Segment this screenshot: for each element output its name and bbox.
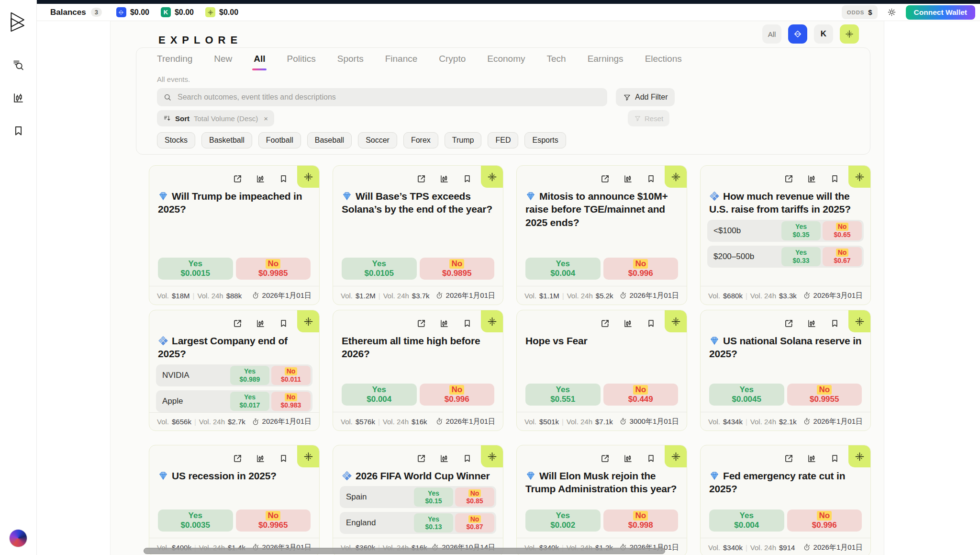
chip-basketball[interactable]: Basketball [201, 132, 252, 148]
tab-economy[interactable]: Economy [487, 54, 525, 70]
no-button[interactable]: No$0.996 [787, 510, 862, 532]
chart-icon[interactable] [807, 453, 817, 464]
market-card[interactable]: Ethereum all time high before 2026? Yes$… [333, 310, 503, 431]
market-card[interactable]: US national Solana reserve in 2025? Yes$… [700, 310, 871, 431]
bookmark-icon[interactable] [462, 318, 472, 328]
tab-new[interactable]: New [214, 54, 232, 70]
add-market-button[interactable] [297, 445, 319, 467]
chart-icon[interactable] [256, 453, 266, 464]
bookmark-icon[interactable] [830, 174, 840, 184]
connect-wallet-button[interactable]: Connect Wallet [906, 5, 975, 20]
chart-icon[interactable] [623, 453, 633, 464]
no-button[interactable]: No$0.996 [603, 258, 679, 280]
theme-toggle-sun-icon[interactable] [887, 8, 896, 17]
tab-all[interactable]: All [254, 54, 265, 70]
sort-clear-icon[interactable]: × [264, 114, 268, 123]
no-button[interactable]: No$0.996 [420, 384, 495, 406]
yes-button[interactable]: Yes$0.33 [781, 247, 821, 266]
odds-currency-toggle[interactable]: ODDS $ [842, 5, 878, 19]
yes-button[interactable]: Yes$0.004 [525, 258, 601, 280]
market-card[interactable]: Largest Company end of 2025? NVIDIA Yes$… [149, 310, 320, 431]
bookmark-icon[interactable] [278, 318, 289, 328]
bookmarks-icon[interactable] [12, 125, 25, 137]
chart-icon[interactable] [256, 318, 266, 328]
add-market-button[interactable] [665, 445, 687, 467]
view-filter-kalshi[interactable]: K [814, 24, 833, 44]
no-button[interactable]: No$0.85 [455, 487, 494, 507]
chart-icon[interactable] [623, 174, 633, 184]
chip-fed[interactable]: FED [488, 132, 518, 148]
market-card[interactable]: Will Elon Musk rejoin the Trump Administ… [516, 445, 687, 555]
open-external-icon[interactable] [600, 174, 610, 184]
search-explore-icon[interactable] [12, 58, 25, 71]
market-card[interactable]: US recession in 2025? Yes$0.0035 No$0.99… [149, 445, 320, 555]
add-market-button[interactable] [848, 166, 870, 188]
market-card[interactable]: How much revenue will the U.S. raise fro… [700, 165, 871, 305]
chart-icon[interactable] [439, 453, 449, 464]
open-external-icon[interactable] [784, 174, 794, 184]
yes-button[interactable]: Yes$0.0035 [158, 510, 233, 532]
add-market-button[interactable] [481, 310, 503, 332]
view-filter-all[interactable]: All [762, 24, 781, 44]
open-external-icon[interactable] [784, 453, 794, 464]
add-market-button[interactable] [665, 166, 687, 188]
chart-icon[interactable] [623, 318, 633, 328]
market-card[interactable]: Hope vs Fear Yes$0.551 No$0.449 Vol.$501… [516, 310, 687, 431]
search-input[interactable] [177, 92, 601, 102]
open-external-icon[interactable] [233, 174, 243, 184]
tab-earnings[interactable]: Earnings [588, 54, 624, 70]
yes-button[interactable]: Yes$0.15 [414, 487, 453, 507]
chip-baseball[interactable]: Baseball [307, 132, 352, 148]
profile-avatar[interactable] [9, 529, 27, 547]
yes-button[interactable]: Yes$0.0045 [709, 384, 784, 406]
no-button[interactable]: No$0.65 [823, 221, 862, 240]
market-card[interactable]: Mitosis to announce $10M+ raise before T… [516, 165, 687, 305]
open-external-icon[interactable] [233, 318, 243, 328]
no-button[interactable]: No$0.011 [271, 366, 311, 385]
add-market-button[interactable] [848, 445, 870, 467]
tab-trending[interactable]: Trending [157, 54, 192, 70]
yes-button[interactable]: Yes$0.35 [781, 221, 821, 240]
markets-chart-icon[interactable] [12, 91, 25, 104]
yes-button[interactable]: Yes$0.0015 [158, 258, 233, 280]
market-card[interactable]: Will Trump be impeached in 2025? Yes$0.0… [149, 165, 320, 305]
tab-tech[interactable]: Tech [546, 54, 566, 70]
bookmark-icon[interactable] [646, 174, 656, 184]
open-external-icon[interactable] [233, 453, 243, 464]
yes-button[interactable]: Yes$0.551 [525, 384, 601, 406]
bookmark-icon[interactable] [462, 174, 472, 184]
open-external-icon[interactable] [416, 318, 426, 328]
add-market-button[interactable] [481, 166, 503, 188]
chip-stocks[interactable]: Stocks [157, 132, 195, 148]
chart-icon[interactable] [439, 174, 449, 184]
chart-icon[interactable] [807, 318, 817, 328]
open-external-icon[interactable] [784, 318, 794, 328]
no-button[interactable]: No$0.67 [823, 247, 862, 266]
no-button[interactable]: No$0.9955 [787, 384, 862, 406]
tab-crypto[interactable]: Crypto [439, 54, 466, 70]
bookmark-icon[interactable] [278, 453, 289, 464]
tab-politics[interactable]: Politics [287, 54, 316, 70]
view-filter-plus[interactable] [840, 24, 859, 44]
no-button[interactable]: No$0.998 [603, 510, 679, 532]
yes-button[interactable]: Yes$0.004 [342, 384, 417, 406]
add-market-button[interactable] [297, 166, 319, 188]
app-logo[interactable] [8, 10, 28, 34]
no-button[interactable]: No$0.449 [603, 384, 679, 406]
chip-soccer[interactable]: Soccer [358, 132, 397, 148]
chip-forex[interactable]: Forex [403, 132, 438, 148]
sort-chip[interactable]: Sort Total Volume (Desc) × [157, 110, 274, 126]
no-button[interactable]: No$0.9965 [236, 510, 311, 532]
no-button[interactable]: No$0.983 [271, 392, 311, 411]
market-card[interactable]: Fed emergency rate cut in 2025? Yes$0.00… [700, 445, 871, 555]
bookmark-icon[interactable] [646, 318, 656, 328]
open-external-icon[interactable] [416, 453, 426, 464]
add-market-button[interactable] [481, 445, 503, 467]
yes-button[interactable]: Yes$0.002 [525, 510, 601, 532]
tab-elections[interactable]: Elections [645, 54, 682, 70]
chart-icon[interactable] [807, 174, 817, 184]
market-card[interactable]: Will Base’s TPS exceeds Solana’s by the … [333, 165, 503, 305]
add-market-button[interactable] [665, 310, 687, 332]
add-filter-button[interactable]: Add Filter [616, 88, 675, 106]
open-external-icon[interactable] [600, 318, 610, 328]
